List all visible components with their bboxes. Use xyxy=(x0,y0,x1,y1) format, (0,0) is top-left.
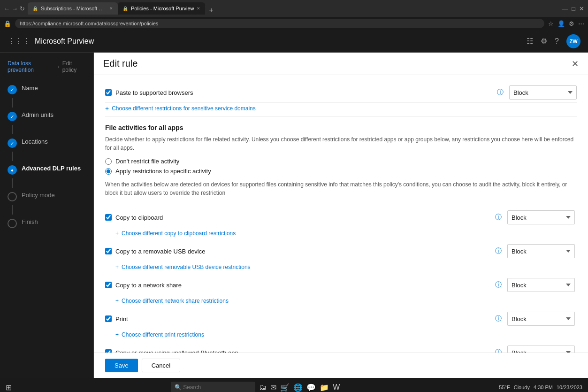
print-dropdown[interactable]: Block Audit only Block with override War… xyxy=(507,312,575,326)
settings-dots-icon[interactable]: ⋯ xyxy=(578,20,584,27)
bluetooth-label: Copy or move using unallowed Bluetooth a… xyxy=(115,349,238,353)
network-info-icon[interactable]: ⓘ xyxy=(495,281,502,289)
tab-close[interactable]: ✕ xyxy=(109,6,113,11)
choose-restrictions-label: Choose different restrictions for sensit… xyxy=(112,105,256,112)
sidebar-item-locations[interactable]: ✓ Locations xyxy=(0,134,93,152)
taskbar-teams[interactable]: 💬 xyxy=(306,383,316,392)
refresh-icon[interactable]: ↻ xyxy=(20,5,25,12)
new-tab-button[interactable]: + xyxy=(205,6,217,15)
maximize-icon[interactable]: □ xyxy=(572,5,575,12)
plus-icon-cb: + xyxy=(115,230,119,237)
clipboard-dropdown[interactable]: Block Audit only Block with override War… xyxy=(507,210,575,224)
step-connector-4 xyxy=(12,178,13,188)
activity-bluetooth: Copy or move using unallowed Bluetooth a… xyxy=(105,342,577,353)
close-button[interactable]: ✕ xyxy=(572,59,579,69)
radio-dont-restrict[interactable]: Don't restrict file activity xyxy=(105,158,577,165)
sidebar: Data loss prevention › Edit policy ✓ Nam… xyxy=(0,53,94,378)
step-connector-2 xyxy=(12,125,13,134)
bluetooth-info-icon[interactable]: ⓘ xyxy=(495,348,502,353)
windows-icon[interactable]: ⊞ xyxy=(6,383,12,392)
paste-browsers-label: Paste to supported browsers xyxy=(115,89,497,96)
step-label-finish: Finish xyxy=(22,218,38,226)
usb-dropdown[interactable]: Block Audit only Block with override War… xyxy=(507,244,575,258)
tab-close[interactable]: ✕ xyxy=(197,6,200,11)
taskbar-word[interactable]: W xyxy=(333,383,340,392)
waffle-icon[interactable]: ⋮⋮⋮ xyxy=(8,37,30,46)
browser-controls[interactable]: ← → ↻ xyxy=(4,5,25,12)
minimize-icon[interactable]: — xyxy=(562,5,568,12)
save-button[interactable]: Save xyxy=(105,359,138,372)
clipboard-info-icon[interactable]: ⓘ xyxy=(495,213,502,222)
taskbar-browser[interactable]: 🌐 xyxy=(293,383,303,392)
print-checkbox[interactable] xyxy=(105,315,112,322)
page-title: Edit rule xyxy=(103,58,137,69)
address-input[interactable] xyxy=(15,19,544,28)
forward-icon[interactable]: → xyxy=(12,5,18,12)
sidebar-item-name[interactable]: ✓ Name xyxy=(0,81,93,98)
network-restriction-label: Choose different network share restricti… xyxy=(122,298,229,304)
step-label-locations: Locations xyxy=(22,138,48,146)
cancel-button[interactable]: Cancel xyxy=(142,359,180,372)
help-icon[interactable]: ? xyxy=(555,37,559,46)
bluetooth-dropdown[interactable]: Block Audit only Block with override War… xyxy=(507,346,575,353)
usb-info-icon[interactable]: ⓘ xyxy=(495,247,502,255)
step-indicator-advanced: ● xyxy=(8,165,17,175)
window-close-icon[interactable]: ✕ xyxy=(579,5,584,12)
sidebar-item-advanced-dlp[interactable]: ● Advanced DLP rules xyxy=(0,161,93,178)
bluetooth-checkbox[interactable] xyxy=(105,349,112,353)
radio-apply-restrictions[interactable]: Apply restrictions to specific activity xyxy=(105,168,577,175)
sidebar-item-admin-units[interactable]: ✓ Admin units xyxy=(0,108,93,125)
radio-input-dont-restrict[interactable] xyxy=(105,158,112,165)
taskbar-left: ⊞ xyxy=(6,383,12,392)
back-icon[interactable]: ← xyxy=(4,5,10,12)
plus-icon: + xyxy=(105,105,109,112)
main-area: Data loss prevention › Edit policy ✓ Nam… xyxy=(0,53,588,378)
settings-icon[interactable]: ⚙ xyxy=(541,37,547,46)
paste-browsers-dropdown[interactable]: Block Audit only Block with override War… xyxy=(509,85,577,100)
clipboard-wrapper: Copy to clipboard ⓘ Block Audit only Blo… xyxy=(105,210,577,224)
apps-icon[interactable]: ☷ xyxy=(527,37,533,46)
usb-restriction-link[interactable]: + Choose different removable USB device … xyxy=(105,262,577,274)
clipboard-restriction-link[interactable]: + Choose different copy to clipboard res… xyxy=(105,228,577,240)
profile-icon[interactable]: 👤 xyxy=(557,20,565,27)
usb-checkbox[interactable] xyxy=(105,248,112,254)
app-container: ⋮⋮⋮ Microsoft Purview ☷ ⚙ ? ZW Data loss… xyxy=(0,30,588,378)
choose-restrictions-link[interactable]: + Choose different restrictions for sens… xyxy=(105,103,577,116)
radio-input-apply[interactable] xyxy=(105,168,112,175)
search-icon: 🔍 xyxy=(175,384,182,391)
print-wrapper: Print ⓘ Block Audit only Block with over… xyxy=(105,312,577,326)
taskbar-files[interactable]: 📁 xyxy=(320,383,329,392)
activity-row-print: Print ⓘ Block Audit only Block with over… xyxy=(105,308,577,330)
step-indicator-policy xyxy=(8,192,17,201)
content-area: Edit rule ✕ Paste to supported browsers … xyxy=(94,53,588,378)
sidebar-item-finish[interactable]: Finish xyxy=(0,215,93,232)
sidebar-item-policy-mode[interactable]: Policy mode xyxy=(0,188,93,205)
network-label: Copy to a network share xyxy=(115,282,182,289)
network-dropdown[interactable]: Block Audit only Block with override War… xyxy=(507,278,575,292)
network-restriction-link[interactable]: + Choose different network share restric… xyxy=(105,296,577,308)
extensions-icon[interactable]: ⚙ xyxy=(569,20,574,27)
taskbar-search[interactable] xyxy=(171,382,255,392)
step-indicator-locations: ✓ xyxy=(8,138,17,148)
breadcrumb: Data loss prevention › Edit policy xyxy=(0,60,93,81)
activity-note: When the activities below are detected o… xyxy=(105,180,577,201)
paste-browsers-checkbox[interactable] xyxy=(105,89,112,96)
breadcrumb-separator: › xyxy=(58,63,60,70)
print-info-icon[interactable]: ⓘ xyxy=(495,315,502,323)
paste-browsers-info-icon[interactable]: ⓘ xyxy=(497,88,504,97)
tab-subscriptions[interactable]: 🔒 Subscriptions - Microsoft 365 a... ✕ xyxy=(28,2,118,15)
breadcrumb-parent[interactable]: Data loss prevention xyxy=(8,60,55,73)
activity-row-network: Copy to a network share ⓘ Block Audit on… xyxy=(105,274,577,296)
taskbar: ⊞ 🔍 🗂 ✉ 🛒 🌐 💬 📁 W 55°F Cloudy 4:30 PM 10… xyxy=(0,378,588,392)
taskbar-apps[interactable]: 🗂 xyxy=(259,383,267,392)
print-restriction-link[interactable]: + Choose different print restrictions xyxy=(105,330,577,342)
avatar[interactable]: ZW xyxy=(566,34,580,48)
step-label-policy: Policy mode xyxy=(22,192,55,200)
step-indicator-admin: ✓ xyxy=(8,112,17,121)
tab-policies[interactable]: 🔒 Policies - Microsoft Purview ✕ xyxy=(118,2,205,15)
star-icon[interactable]: ☆ xyxy=(548,20,554,27)
clipboard-checkbox[interactable] xyxy=(105,214,112,221)
taskbar-store[interactable]: 🛒 xyxy=(280,383,290,392)
taskbar-mail[interactable]: ✉ xyxy=(270,383,276,392)
network-checkbox[interactable] xyxy=(105,282,112,288)
